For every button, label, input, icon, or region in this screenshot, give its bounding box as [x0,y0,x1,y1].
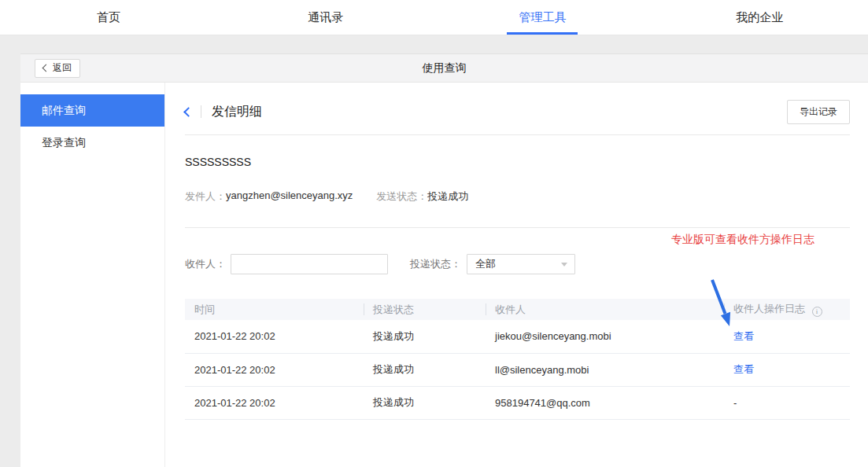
table-header-row: 时间 投递状态 收件人 收件人操作日志 i [185,299,850,320]
column-header-recipient-log: 收件人操作日志 i [724,299,850,320]
column-header-recipient-log-label: 收件人操作日志 [733,303,805,314]
send-records-table: 时间 投递状态 收件人 收件人操作日志 i 2021-01-22 20:02 投… [185,299,850,420]
column-header-delivery-status: 投递状态 [364,299,486,320]
delivery-status-selected-value: 全部 [475,257,496,271]
recipient-filter-input[interactable] [231,254,388,274]
send-status-value: 投递成功 [427,189,468,204]
subheader-bar: 使用查询 返回 [20,53,868,83]
delivery-status-select[interactable]: 全部 [467,254,575,274]
main-panel: 发信明细 导出记录 SSSSSSSSS 发件人： yangzhen@silenc… [165,83,868,467]
info-icon[interactable]: i [812,307,822,317]
cell-status: 投递成功 [364,320,486,353]
chevron-left-icon [42,64,50,72]
top-nav: 首页 通讯录 管理工具 我的企业 [0,0,868,35]
sidebar: 邮件查询 登录查询 [20,83,165,467]
divider [201,105,201,118]
divider [185,227,850,228]
page-title: 使用查询 [20,61,868,75]
filter-row: 收件人： 投递状态： 全部 [185,254,850,274]
send-status-label: 发送状态： [376,189,427,204]
nav-item-contacts[interactable]: 通讯录 [217,0,434,35]
divider [185,134,850,135]
back-button[interactable]: 返回 [35,59,80,78]
sender-label: 发件人： [185,189,226,204]
content-shell: 使用查询 返回 邮件查询 登录查询 发信明细 导出记录 SSSSSSSSS 发件… [20,53,868,467]
table-row: 2021-01-22 20:02 投递成功 958194741@qq.com - [185,386,850,419]
chevron-down-icon [561,263,567,267]
sidebar-item-mail-query[interactable]: 邮件查询 [20,94,164,127]
cell-recipient: ll@silenceyang.mobi [486,353,724,386]
nav-item-admin-tools[interactable]: 管理工具 [434,0,652,35]
back-chevron-icon[interactable] [183,107,194,117]
table-row: 2021-01-22 20:02 投递成功 jiekou@silenceyang… [185,320,850,353]
cell-time: 2021-01-22 20:02 [185,353,364,386]
cell-time: 2021-01-22 20:02 [185,386,364,419]
cell-status: 投递成功 [364,353,486,386]
table-row: 2021-01-22 20:02 投递成功 ll@silenceyang.mob… [185,353,850,386]
back-button-label: 返回 [53,61,72,75]
body-row: 邮件查询 登录查询 发信明细 导出记录 SSSSSSSSS 发件人： yangz… [20,83,868,467]
export-records-button[interactable]: 导出记录 [787,100,850,124]
view-log-link[interactable]: 查看 [733,363,754,375]
column-header-time: 时间 [185,299,364,320]
log-empty-value: - [733,397,737,409]
nav-item-my-company[interactable]: 我的企业 [651,0,868,35]
cell-recipient: jiekou@silenceyang.mobi [486,320,724,353]
recipient-filter-label: 收件人： [185,257,226,271]
detail-title: 发信明细 [212,104,262,120]
cell-status: 投递成功 [364,386,486,419]
sidebar-item-login-query[interactable]: 登录查询 [20,127,164,159]
sender-value: yangzhen@silenceyang.xyz [226,189,353,204]
mail-meta: 发件人： yangzhen@silenceyang.xyz 发送状态： 投递成功 [185,189,850,204]
mail-subject: SSSSSSSSS [185,156,850,168]
cell-recipient: 958194741@qq.com [486,386,724,419]
pro-version-annotation: 专业版可查看收件方操作日志 [185,233,850,245]
detail-header: 发信明细 导出记录 [185,100,850,123]
view-log-link[interactable]: 查看 [733,330,754,342]
cell-time: 2021-01-22 20:02 [185,320,364,353]
delivery-status-filter-label: 投递状态： [410,257,461,271]
column-header-recipient: 收件人 [486,299,724,320]
nav-item-home[interactable]: 首页 [0,0,217,35]
